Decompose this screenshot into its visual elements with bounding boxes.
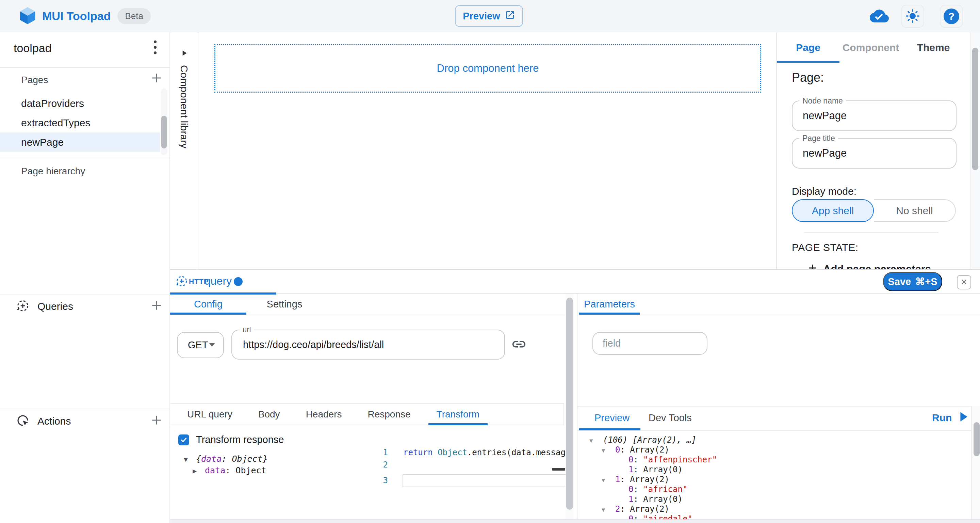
tree-value: Array(2) [630,445,669,454]
tree-row[interactable]: 1: Array(0) [578,465,682,475]
tab-body[interactable]: Body [245,404,293,424]
config-pane-scrollbar[interactable] [566,294,574,523]
tab-url-query[interactable]: URL query [174,404,245,424]
scrollbar-thumb[interactable] [161,116,167,148]
chevron-down-icon [208,342,216,348]
add-page-button[interactable] [148,70,165,87]
tab-label: Component [843,42,899,53]
chevron-down-icon[interactable]: ▼ [601,446,615,456]
transform-response-checkbox-row[interactable]: Transform response [178,434,284,445]
http-method-value: GET [188,340,208,351]
tree-separator: : [221,454,232,464]
tab-label: Response [368,409,410,420]
tree-row[interactable]: ▼2: Array(2) [578,504,669,514]
open-in-new-icon [505,10,515,22]
brand[interactable]: MUI Toolpad Beta [20,0,151,32]
tab-parameters[interactable]: Parameters [579,294,640,315]
project-menu-button[interactable] [147,40,163,56]
scrollbar-thumb[interactable] [566,298,573,510]
node-name-field[interactable]: Node name newPage [792,100,956,131]
tree-row[interactable]: 0: "african" [578,485,687,494]
pages-scrollbar[interactable] [161,89,167,155]
drop-zone[interactable]: Drop component here [215,44,761,92]
code-line[interactable]: return Object.entries(data.messag [403,446,566,459]
scrollbar-thumb[interactable] [972,48,978,170]
theme-toggle-button[interactable] [901,5,924,28]
tab-settings[interactable]: Settings [247,294,323,315]
chevron-right-icon[interactable]: ▶ [192,465,205,477]
tab-theme[interactable]: Theme [902,32,965,63]
tab-transform[interactable]: Transform [424,404,493,424]
add-action-button[interactable] [148,413,165,429]
tab-label: Dev Tools [649,412,692,424]
chevron-down-icon[interactable]: ▼ [601,475,615,485]
config-tabs: Config Settings [170,294,323,315]
help-button[interactable]: ? [940,5,963,28]
save-button[interactable]: Save ⌘+S [883,272,942,291]
display-mode-label: Display mode: [792,186,856,197]
tab-component[interactable]: Component [840,32,902,63]
tree-row[interactable]: ▼1: Array(2) [578,475,669,485]
result-scrollbar[interactable] [971,406,980,519]
toggle-no-shell[interactable]: No shell [874,199,956,222]
tab-dev-tools[interactable]: Dev Tools [649,407,692,429]
page-title-field[interactable]: Page title newPage [792,138,956,169]
input-tree-row[interactable]: ▶data: Object [192,465,266,476]
add-binding-icon[interactable] [511,336,527,352]
sidebar-item-dataproviders[interactable]: dataProviders [0,94,160,113]
sidebar-item-extractedtypes[interactable]: extractedTypes [0,113,160,132]
tree-row[interactable]: 0: "affenpinscher" [578,455,717,465]
toggle-label: App shell [812,205,854,217]
parameter-field-input[interactable]: field [592,332,708,355]
url-field[interactable]: url https://dog.ceo/api/breeds/list/all [231,330,505,360]
tab-headers[interactable]: Headers [293,404,355,424]
transform-response-label: Transform response [196,434,284,445]
query-tab[interactable]: HTTP query [170,269,276,294]
request-tabs: URL query Body Headers Response Transfor… [170,403,564,425]
divider [804,232,939,233]
page-hierarchy-label: Page hierarchy [21,166,85,177]
tree-row[interactable]: 1: Array(0) [578,494,682,504]
display-mode-toggle: App shell No shell [792,199,956,222]
chevron-down-icon[interactable]: ▼ [601,505,615,515]
toggle-label: No shell [896,205,933,217]
current-line-highlight[interactable] [402,474,566,487]
toggle-app-shell[interactable]: App shell [792,199,874,222]
add-page-parameters-button[interactable]: Add page parameters [808,263,931,269]
tree-row[interactable]: ▼0: Array(2) [578,445,669,455]
close-query-editor-button[interactable] [957,275,971,289]
sun-icon [905,9,920,24]
tab-response[interactable]: Response [355,404,423,424]
tab-config[interactable]: Config [170,294,247,315]
page-state-label: PAGE STATE: [792,242,859,254]
inspector-scrollbar[interactable] [970,32,980,269]
tree-row[interactable]: ▼(106) [Array(2), …] [578,435,697,445]
component-library-label[interactable]: Component library [178,65,190,148]
run-button[interactable]: Run [932,410,968,426]
tree-value: Object [235,466,266,475]
component-library-panel[interactable]: Component library [170,32,198,269]
horizontal-scrollbar-track[interactable] [170,519,980,523]
checkbox-checked-icon[interactable] [178,434,189,445]
tab-page[interactable]: Page [777,32,840,63]
explorer-sidebar: toolpad Pages dataProviders extractedTyp… [0,32,170,523]
actions-icon [16,413,30,429]
sidebar-item-newpage[interactable]: newPage [0,132,160,152]
tab-preview[interactable]: Preview [595,407,630,429]
result-header: Preview Dev Tools Run [578,406,971,431]
input-tree-row[interactable]: ▼{data: Object} [184,453,268,465]
scrollbar-thumb[interactable] [974,422,980,456]
divider [0,295,169,295]
transform-code-editor[interactable]: 1 2 3 return Object.entries(data.messag [361,446,566,523]
expand-arrow-icon[interactable] [180,49,189,59]
preview-button[interactable]: Preview [455,5,523,27]
line-number: 3 [361,474,388,486]
tree-value: "african" [643,485,687,494]
run-label: Run [932,412,952,424]
chevron-down-icon[interactable]: ▼ [184,454,196,465]
chevron-down-icon[interactable]: ▼ [589,436,603,446]
pages-section-label: Pages [21,75,48,86]
code-token: return [403,448,438,457]
add-query-button[interactable] [148,298,165,314]
http-method-select[interactable]: GET [177,332,224,358]
